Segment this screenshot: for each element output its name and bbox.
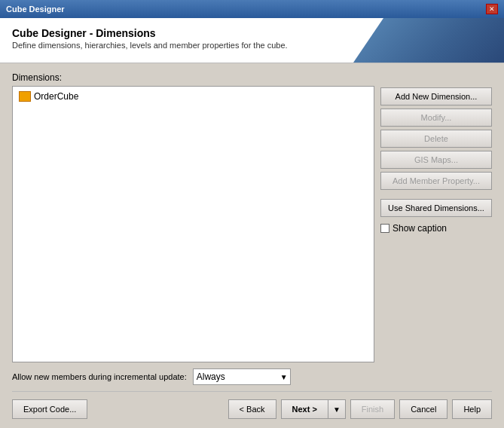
delete-button[interactable]: Delete <box>380 130 492 148</box>
next-dropdown-arrow-button[interactable]: ▼ <box>328 399 346 419</box>
footer-right: < Back Next > ▼ Finish Cancel Help <box>228 399 492 419</box>
dimensions-list[interactable]: OrderCube <box>12 86 374 362</box>
show-caption-checkbox[interactable] <box>380 224 389 233</box>
dimensions-label: Dimensions: <box>12 72 374 83</box>
header-graphic <box>353 18 504 63</box>
list-item[interactable]: OrderCube <box>16 90 371 103</box>
right-panel: Add New Dimension... Modify... Delete GI… <box>380 72 492 385</box>
dimension-icon <box>19 91 31 102</box>
show-caption-row: Show caption <box>380 223 492 234</box>
dimension-name: OrderCube <box>34 91 78 102</box>
title-bar-text: Cube Designer <box>6 5 65 14</box>
next-button[interactable]: Next > <box>281 399 328 419</box>
header-section: Cube Designer - Dimensions Define dimens… <box>0 18 504 63</box>
title-bar-controls: ✕ <box>486 4 498 14</box>
close-button[interactable]: ✕ <box>486 4 498 14</box>
export-code-button[interactable]: Export Code... <box>12 399 87 419</box>
gis-maps-button[interactable]: GIS Maps... <box>380 151 492 169</box>
back-button[interactable]: < Back <box>228 399 276 419</box>
left-panel: Dimensions: OrderCube Allow new members … <box>12 72 374 385</box>
incremental-update-label: Allow new members during incremental upd… <box>12 372 187 381</box>
help-button[interactable]: Help <box>452 399 492 419</box>
add-new-dimension-button[interactable]: Add New Dimension... <box>380 87 492 105</box>
content-area: Dimensions: OrderCube Allow new members … <box>12 72 492 385</box>
incremental-update-dropdown[interactable]: Always Never Use Default <box>193 368 291 385</box>
cancel-button[interactable]: Cancel <box>399 399 447 419</box>
dropdown-wrapper: Always Never Use Default ▼ <box>193 368 291 385</box>
footer-left: Export Code... <box>12 399 87 419</box>
bottom-row: Allow new members during incremental upd… <box>12 368 374 385</box>
show-caption-label: Show caption <box>393 223 447 234</box>
footer-bar: Export Code... < Back Next > ▼ Finish Ca… <box>12 391 492 419</box>
main-container: Cube Designer - Dimensions Define dimens… <box>0 18 504 428</box>
use-shared-dimensions-button[interactable]: Use Shared Dimensions... <box>380 199 492 217</box>
next-button-group: Next > ▼ <box>281 399 346 419</box>
add-member-property-button[interactable]: Add Member Property... <box>380 172 492 190</box>
finish-button[interactable]: Finish <box>350 399 395 419</box>
title-bar: Cube Designer ✕ <box>0 0 504 18</box>
modify-button[interactable]: Modify... <box>380 109 492 127</box>
